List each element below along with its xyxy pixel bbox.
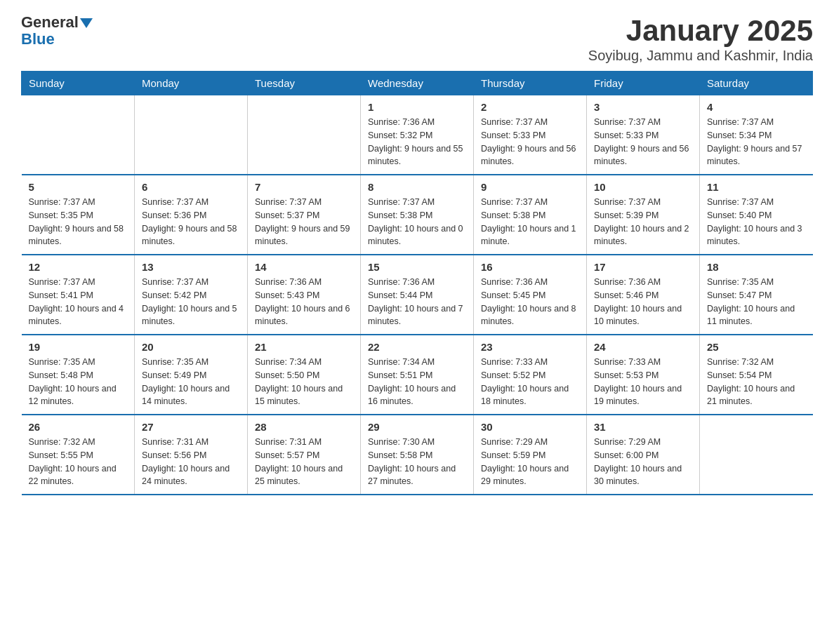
day-number: 27 — [142, 421, 240, 433]
day-number: 10 — [594, 181, 692, 193]
day-number: 2 — [481, 101, 579, 113]
day-number: 25 — [707, 341, 806, 353]
calendar-cell — [248, 95, 361, 175]
calendar-cell: 27Sunrise: 7:31 AM Sunset: 5:56 PM Dayli… — [135, 415, 248, 495]
day-of-week-header: Sunday — [22, 72, 135, 95]
day-info: Sunrise: 7:34 AM Sunset: 5:51 PM Dayligh… — [368, 356, 466, 408]
logo-blue: Blue — [21, 30, 55, 48]
calendar-week-row: 26Sunrise: 7:32 AM Sunset: 5:55 PM Dayli… — [22, 415, 813, 495]
day-number: 14 — [255, 261, 353, 273]
calendar-cell: 7Sunrise: 7:37 AM Sunset: 5:37 PM Daylig… — [248, 175, 361, 255]
day-number: 16 — [481, 261, 579, 273]
calendar-cell: 25Sunrise: 7:32 AM Sunset: 5:54 PM Dayli… — [700, 335, 813, 415]
day-info: Sunrise: 7:32 AM Sunset: 5:54 PM Dayligh… — [707, 356, 806, 408]
calendar-cell: 5Sunrise: 7:37 AM Sunset: 5:35 PM Daylig… — [22, 175, 135, 255]
calendar-cell: 8Sunrise: 7:37 AM Sunset: 5:38 PM Daylig… — [361, 175, 474, 255]
day-info: Sunrise: 7:35 AM Sunset: 5:48 PM Dayligh… — [29, 356, 128, 408]
day-info: Sunrise: 7:33 AM Sunset: 5:52 PM Dayligh… — [481, 356, 579, 408]
day-info: Sunrise: 7:37 AM Sunset: 5:39 PM Dayligh… — [594, 196, 692, 248]
day-number: 31 — [594, 421, 692, 433]
day-info: Sunrise: 7:37 AM Sunset: 5:36 PM Dayligh… — [142, 196, 240, 248]
calendar-cell: 12Sunrise: 7:37 AM Sunset: 5:41 PM Dayli… — [22, 255, 135, 335]
calendar-cell: 28Sunrise: 7:31 AM Sunset: 5:57 PM Dayli… — [248, 415, 361, 495]
day-of-week-header: Friday — [587, 72, 700, 95]
day-info: Sunrise: 7:35 AM Sunset: 5:47 PM Dayligh… — [707, 276, 806, 328]
calendar-table: SundayMondayTuesdayWednesdayThursdayFrid… — [21, 71, 813, 495]
calendar-cell: 21Sunrise: 7:34 AM Sunset: 5:50 PM Dayli… — [248, 335, 361, 415]
calendar-cell: 29Sunrise: 7:30 AM Sunset: 5:58 PM Dayli… — [361, 415, 474, 495]
calendar-cell: 13Sunrise: 7:37 AM Sunset: 5:42 PM Dayli… — [135, 255, 248, 335]
day-of-week-header: Monday — [135, 72, 248, 95]
calendar-cell: 26Sunrise: 7:32 AM Sunset: 5:55 PM Dayli… — [22, 415, 135, 495]
calendar-cell: 31Sunrise: 7:29 AM Sunset: 6:00 PM Dayli… — [587, 415, 700, 495]
day-info: Sunrise: 7:33 AM Sunset: 5:53 PM Dayligh… — [594, 356, 692, 408]
day-number: 11 — [707, 181, 806, 193]
day-info: Sunrise: 7:37 AM Sunset: 5:35 PM Dayligh… — [29, 196, 128, 248]
calendar-cell: 4Sunrise: 7:37 AM Sunset: 5:34 PM Daylig… — [700, 95, 813, 175]
day-info: Sunrise: 7:31 AM Sunset: 5:57 PM Dayligh… — [255, 436, 353, 488]
day-number: 1 — [368, 101, 466, 113]
calendar-cell: 24Sunrise: 7:33 AM Sunset: 5:53 PM Dayli… — [587, 335, 700, 415]
day-number: 29 — [368, 421, 466, 433]
day-number: 17 — [594, 261, 692, 273]
calendar-cell — [135, 95, 248, 175]
day-info: Sunrise: 7:36 AM Sunset: 5:32 PM Dayligh… — [368, 116, 466, 168]
day-of-week-header: Wednesday — [361, 72, 474, 95]
calendar-cell: 18Sunrise: 7:35 AM Sunset: 5:47 PM Dayli… — [700, 255, 813, 335]
calendar-cell: 2Sunrise: 7:37 AM Sunset: 5:33 PM Daylig… — [474, 95, 587, 175]
day-info: Sunrise: 7:37 AM Sunset: 5:38 PM Dayligh… — [481, 196, 579, 248]
day-info: Sunrise: 7:37 AM Sunset: 5:41 PM Dayligh… — [29, 276, 128, 328]
day-number: 13 — [142, 261, 240, 273]
logo: General Blue — [21, 14, 93, 48]
day-info: Sunrise: 7:29 AM Sunset: 6:00 PM Dayligh… — [594, 436, 692, 488]
calendar-cell: 1Sunrise: 7:36 AM Sunset: 5:32 PM Daylig… — [361, 95, 474, 175]
day-number: 18 — [707, 261, 806, 273]
calendar-cell — [22, 95, 135, 175]
day-info: Sunrise: 7:29 AM Sunset: 5:59 PM Dayligh… — [481, 436, 579, 488]
day-number: 19 — [29, 341, 128, 353]
calendar-cell: 30Sunrise: 7:29 AM Sunset: 5:59 PM Dayli… — [474, 415, 587, 495]
calendar-cell — [700, 415, 813, 495]
page-header: General Blue January 2025 Soyibug, Jammu… — [21, 14, 813, 64]
day-info: Sunrise: 7:30 AM Sunset: 5:58 PM Dayligh… — [368, 436, 466, 488]
title-block: January 2025 Soyibug, Jammu and Kashmir,… — [588, 14, 813, 64]
calendar-cell: 22Sunrise: 7:34 AM Sunset: 5:51 PM Dayli… — [361, 335, 474, 415]
day-number: 7 — [255, 181, 353, 193]
calendar-cell: 3Sunrise: 7:37 AM Sunset: 5:33 PM Daylig… — [587, 95, 700, 175]
day-number: 4 — [707, 101, 806, 113]
logo-general: General — [21, 13, 79, 31]
calendar-cell: 6Sunrise: 7:37 AM Sunset: 5:36 PM Daylig… — [135, 175, 248, 255]
day-info: Sunrise: 7:37 AM Sunset: 5:33 PM Dayligh… — [594, 116, 692, 168]
calendar-week-row: 12Sunrise: 7:37 AM Sunset: 5:41 PM Dayli… — [22, 255, 813, 335]
calendar-cell: 9Sunrise: 7:37 AM Sunset: 5:38 PM Daylig… — [474, 175, 587, 255]
day-number: 23 — [481, 341, 579, 353]
calendar-cell: 16Sunrise: 7:36 AM Sunset: 5:45 PM Dayli… — [474, 255, 587, 335]
day-number: 15 — [368, 261, 466, 273]
calendar-cell: 19Sunrise: 7:35 AM Sunset: 5:48 PM Dayli… — [22, 335, 135, 415]
day-number: 8 — [368, 181, 466, 193]
calendar-cell: 15Sunrise: 7:36 AM Sunset: 5:44 PM Dayli… — [361, 255, 474, 335]
calendar-cell: 23Sunrise: 7:33 AM Sunset: 5:52 PM Dayli… — [474, 335, 587, 415]
day-number: 21 — [255, 341, 353, 353]
day-number: 6 — [142, 181, 240, 193]
calendar-cell: 17Sunrise: 7:36 AM Sunset: 5:46 PM Dayli… — [587, 255, 700, 335]
day-number: 20 — [142, 341, 240, 353]
calendar-cell: 10Sunrise: 7:37 AM Sunset: 5:39 PM Dayli… — [587, 175, 700, 255]
day-info: Sunrise: 7:36 AM Sunset: 5:43 PM Dayligh… — [255, 276, 353, 328]
day-info: Sunrise: 7:37 AM Sunset: 5:38 PM Dayligh… — [368, 196, 466, 248]
day-info: Sunrise: 7:31 AM Sunset: 5:56 PM Dayligh… — [142, 436, 240, 488]
day-info: Sunrise: 7:34 AM Sunset: 5:50 PM Dayligh… — [255, 356, 353, 408]
day-of-week-header: Saturday — [700, 72, 813, 95]
day-info: Sunrise: 7:36 AM Sunset: 5:46 PM Dayligh… — [594, 276, 692, 328]
month-title: January 2025 — [588, 14, 813, 48]
day-of-week-header: Tuesday — [248, 72, 361, 95]
calendar-week-row: 5Sunrise: 7:37 AM Sunset: 5:35 PM Daylig… — [22, 175, 813, 255]
day-number: 30 — [481, 421, 579, 433]
day-number: 3 — [594, 101, 692, 113]
day-info: Sunrise: 7:37 AM Sunset: 5:33 PM Dayligh… — [481, 116, 579, 168]
day-number: 12 — [29, 261, 128, 273]
day-info: Sunrise: 7:37 AM Sunset: 5:37 PM Dayligh… — [255, 196, 353, 248]
day-number: 5 — [29, 181, 128, 193]
day-number: 26 — [29, 421, 128, 433]
day-number: 22 — [368, 341, 466, 353]
